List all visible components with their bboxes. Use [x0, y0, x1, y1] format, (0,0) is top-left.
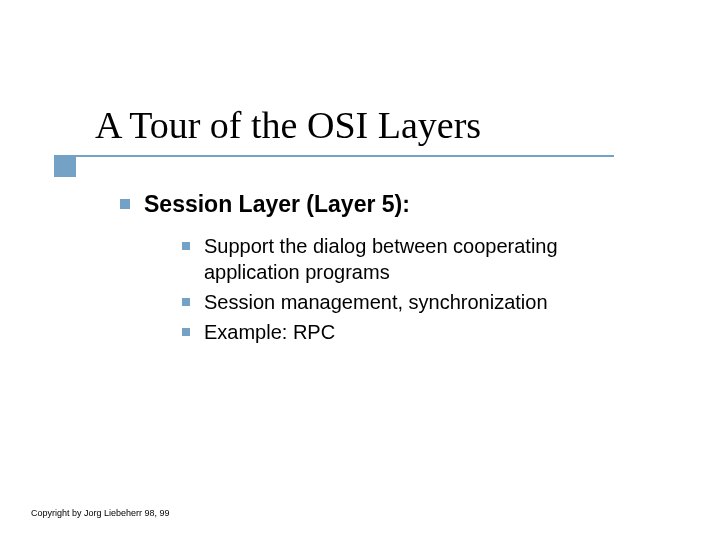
list-item-text: Support the dialog between cooperating a…	[204, 233, 640, 285]
square-bullet-icon	[120, 199, 130, 209]
square-bullet-icon	[182, 328, 190, 336]
level2-list: Support the dialog between cooperating a…	[182, 233, 640, 345]
slide-title: A Tour of the OSI Layers	[95, 103, 481, 147]
title-underline	[54, 155, 614, 157]
copyright-footer: Copyright by Jorg Liebeherr 98, 99	[31, 508, 170, 518]
level1-heading: Session Layer (Layer 5):	[144, 190, 410, 219]
title-accent-square	[54, 155, 76, 177]
list-item: Session management, synchronization	[182, 289, 640, 315]
list-item-text: Example: RPC	[204, 319, 335, 345]
square-bullet-icon	[182, 242, 190, 250]
list-item: Support the dialog between cooperating a…	[182, 233, 640, 285]
list-item: Example: RPC	[182, 319, 640, 345]
slide: A Tour of the OSI Layers Session Layer (…	[0, 0, 720, 540]
bullet-level1: Session Layer (Layer 5):	[120, 190, 640, 219]
square-bullet-icon	[182, 298, 190, 306]
list-item-text: Session management, synchronization	[204, 289, 548, 315]
slide-body: Session Layer (Layer 5): Support the dia…	[120, 190, 640, 349]
